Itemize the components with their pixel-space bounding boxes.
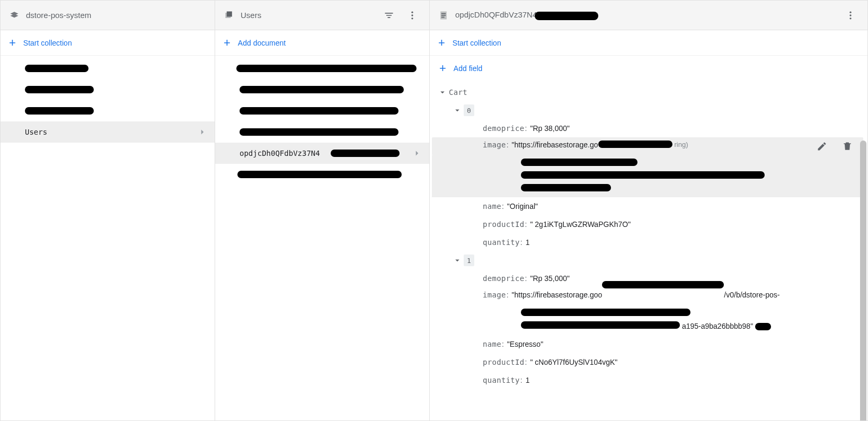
- redaction: [755, 323, 771, 330]
- field-value: Rp 35,000: [530, 274, 570, 283]
- field-key: productId: [483, 358, 525, 366]
- scrollbar[interactable]: [860, 141, 866, 420]
- more-vert-icon[interactable]: [404, 7, 421, 24]
- field-quantity-0[interactable]: quantity: 1: [432, 233, 863, 251]
- root-project-title: dstore-pos-system: [26, 11, 206, 20]
- field-name-0[interactable]: name: Original: [432, 197, 863, 215]
- field-cart[interactable]: Cart: [432, 83, 863, 101]
- filter-list-icon[interactable]: [380, 7, 397, 24]
- field-image-0[interactable]: image: "https://firebasestorage.go ring): [432, 137, 863, 155]
- redaction: [602, 281, 724, 288]
- chevron-right-icon: [198, 127, 207, 137]
- start-collection-root-button[interactable]: + Start collection: [1, 30, 215, 56]
- field-key: name: [483, 340, 501, 348]
- field-quantity-1[interactable]: quantity: 1: [432, 371, 863, 389]
- more-vert-icon[interactable]: [842, 7, 859, 24]
- field-value: Espresso: [507, 340, 543, 348]
- redaction: [331, 150, 400, 157]
- expand-arrow-icon[interactable]: [436, 86, 449, 99]
- field-value: Original: [507, 202, 538, 210]
- field-key: quantity: [483, 376, 520, 384]
- redaction: [240, 86, 404, 93]
- redaction: [521, 309, 690, 316]
- column-documents-header: Users: [215, 1, 429, 30]
- expand-arrow-icon[interactable]: [451, 254, 464, 267]
- field-productid-1[interactable]: productId: cNo6Yl7f6UySlV104vgK: [432, 353, 863, 371]
- collection-item[interactable]: [1, 79, 215, 100]
- redaction: [25, 86, 94, 93]
- redaction: [237, 171, 402, 178]
- field-image-1[interactable]: image: "https://firebasestorage.goo /v0/…: [432, 287, 863, 305]
- plus-icon: +: [439, 63, 446, 74]
- start-subcollection-label: Start collection: [453, 39, 501, 47]
- field-name-1[interactable]: name: Espresso: [432, 335, 863, 353]
- document-item[interactable]: [215, 100, 429, 121]
- scrollbar-thumb[interactable]: [860, 141, 866, 420]
- array-item-1[interactable]: 1: [432, 251, 863, 269]
- start-subcollection-button[interactable]: + Start collection: [430, 30, 867, 56]
- field-key: image: [483, 291, 506, 299]
- field-value: 1: [526, 238, 530, 247]
- expand-arrow-icon[interactable]: [451, 104, 464, 117]
- chevron-right-icon: [412, 148, 422, 158]
- document-item[interactable]: [215, 121, 429, 143]
- documents-list: opdjcDh0QFdbVz37N4: [215, 56, 429, 420]
- field-type-hint: ring): [675, 141, 688, 148]
- collection-item[interactable]: [1, 58, 215, 79]
- field-key: demoprice: [483, 274, 525, 283]
- field-value: 1: [526, 376, 530, 384]
- delete-icon[interactable]: [839, 138, 856, 155]
- field-tree: Cart 0 demoprice: Rp 38,000 image: "http…: [430, 81, 867, 400]
- document-item[interactable]: [215, 164, 429, 185]
- redaction: [521, 171, 765, 179]
- svg-point-5: [849, 17, 851, 19]
- firestore-data-viewer: dstore-pos-system + Start collection Use…: [0, 0, 868, 421]
- redaction: [25, 107, 94, 115]
- field-key: image: [483, 141, 506, 149]
- redaction: [240, 128, 398, 136]
- redaction: [535, 12, 598, 20]
- document-fields-panel: + Add field Cart 0: [430, 56, 867, 420]
- column-document-detail: opdjcDh0QFdbVz37N4 + Start collection + …: [429, 1, 867, 420]
- plus-icon: +: [438, 37, 445, 49]
- collection-item[interactable]: [1, 100, 215, 121]
- redaction: [236, 65, 417, 72]
- field-value: "https://firebasestorage.go: [512, 141, 598, 149]
- svg-point-1: [411, 14, 413, 16]
- array-item-0[interactable]: 0: [432, 101, 863, 119]
- root-collections-list: Users: [1, 56, 215, 420]
- field-image-0-continuation: [432, 155, 863, 197]
- edit-icon[interactable]: [813, 138, 830, 155]
- redaction: [25, 65, 88, 72]
- redaction: [598, 141, 672, 148]
- svg-point-3: [849, 11, 851, 13]
- array-index-chip: 1: [464, 255, 474, 266]
- home-icon: [9, 10, 20, 21]
- field-value: cNo6Yl7f6UySlV104vgK: [530, 358, 617, 366]
- document-item[interactable]: [215, 58, 429, 79]
- collection-item-users[interactable]: Users: [1, 121, 215, 143]
- column-root: dstore-pos-system + Start collection Use…: [0, 1, 215, 420]
- collection-item-label: Users: [25, 128, 198, 136]
- document-item-selected[interactable]: opdjcDh0QFdbVz37N4: [215, 143, 429, 164]
- add-document-label: Add document: [238, 39, 286, 47]
- field-value: "https://firebasestorage.goo: [512, 291, 603, 299]
- add-document-button[interactable]: + Add document: [215, 30, 429, 56]
- field-key: demoprice: [483, 124, 525, 133]
- field-productid-0[interactable]: productId: 2g1iKTgLwGZRWaPGKh7O: [432, 215, 863, 233]
- field-value: 2g1iKTgLwGZRWaPGKh7O: [530, 220, 631, 229]
- field-demoprice-0[interactable]: demoprice: Rp 38,000: [432, 119, 863, 137]
- plus-icon: +: [9, 37, 16, 49]
- redaction: [240, 107, 398, 115]
- plus-icon: +: [224, 37, 231, 49]
- document-icon: [438, 10, 449, 21]
- field-value-suffix: /v0/b/dstore-pos-: [724, 291, 780, 299]
- field-key: quantity: [483, 238, 520, 247]
- field-value: Rp 38,000: [530, 124, 570, 133]
- field-key: Cart: [449, 88, 467, 97]
- redaction: [521, 184, 611, 191]
- document-item[interactable]: [215, 79, 429, 100]
- svg-point-4: [849, 14, 851, 16]
- start-collection-root-label: Start collection: [23, 39, 72, 47]
- add-field-button[interactable]: + Add field: [430, 56, 867, 81]
